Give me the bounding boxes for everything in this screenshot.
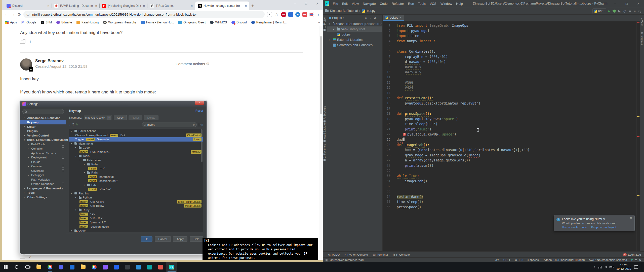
breadcrumb-file[interactable]: bot.py — [367, 9, 375, 13]
tool-strip-label[interactable]: R Graphics — [640, 32, 643, 45]
project-tree-item[interactable]: Scratches and Consoles — [327, 42, 382, 48]
maximize-button[interactable]: □ — [301, 0, 312, 7]
menu-tools[interactable]: Tools — [418, 2, 426, 6]
run-button[interactable]: ▶ — [608, 9, 610, 13]
settings-tree-item[interactable]: ▸Compiler — [20, 147, 66, 151]
keymap-tree-item[interactable]: ▾Plug-ins — [69, 191, 203, 196]
bookmark-item[interactable]: Discord — [231, 21, 247, 24]
code-line[interactable]: 33 — [383, 189, 640, 194]
bookmark-star-icon[interactable]: ☆ — [274, 12, 279, 17]
code-line[interactable]: 8 dinasaur = (405,404) — [383, 59, 640, 64]
notification-gear-icon[interactable]: ⚙ — [630, 217, 632, 220]
keymap-tree-item[interactable]: ▾Tools — [69, 154, 203, 158]
back-icon[interactable]: ← — [5, 12, 9, 17]
code-line[interactable]: 1from PIL import ImageGrab, ImageOps — [383, 23, 640, 28]
code-line[interactable]: 10 #425 = y — [383, 70, 640, 75]
settings-tree-item[interactable]: ▸Debugger — [20, 173, 66, 178]
keymap-tree-item[interactable]: Insert '<%= %>' — [69, 216, 203, 221]
fi-extension-icon[interactable]: FI — [295, 12, 300, 17]
code-line[interactable]: 22!pyautogui.keyUp('space') — [383, 132, 640, 137]
app-blue-icon[interactable] — [66, 262, 77, 272]
status-item[interactable]: 4 spaces — [527, 258, 539, 261]
bookmark-item[interactable]: Apps — [5, 21, 17, 24]
app-orange-icon[interactable] — [155, 262, 166, 272]
settings-tree-item[interactable]: Coverage — [20, 168, 66, 173]
breadcrumb[interactable]: bot.py — [362, 9, 375, 13]
tab-close-icon[interactable]: × — [244, 4, 247, 8]
code-line[interactable]: 12 #399 — [383, 80, 640, 85]
code-line[interactable]: 24def imageGrab(): — [383, 142, 640, 148]
project-tree-item[interactable]: bot.py — [327, 32, 382, 37]
red-extension-icon[interactable]: ••• — [302, 12, 307, 17]
search-button[interactable] — [11, 262, 22, 272]
settings-tree-item[interactable]: ▸Deployment — [20, 155, 66, 160]
settings-tree-item[interactable]: ▸Console — [20, 164, 66, 169]
settings-tree-item[interactable]: Path Variables — [20, 177, 66, 182]
keymap-tree-item[interactable]: ▾Python — [69, 195, 203, 200]
project-tree-item[interactable]: ▸External Libraries — [327, 37, 382, 42]
browser-tab[interactable]: ✱RAVR Leiding - Documente× — [52, 2, 100, 10]
adblock-icon[interactable]: ABP — [281, 12, 286, 17]
code-line[interactable]: 9 #490 = x — [383, 64, 640, 70]
menu-window[interactable]: Window — [440, 2, 452, 6]
keymap-tree-item[interactable]: Insert 'params[:id]' — [69, 220, 203, 225]
status-item[interactable]: UTF-8 — [515, 258, 523, 261]
menu-vcs[interactable]: VCS — [430, 2, 436, 6]
code-line[interactable]: 26 grayImage = ImageOps.grayscale(image) — [383, 153, 640, 158]
bookmark-item[interactable]: KaasHosting — [76, 21, 99, 24]
menu-code[interactable]: Code — [380, 2, 388, 6]
menu-run[interactable]: Run — [408, 2, 414, 6]
settings-tree-item[interactable]: ▸Build Tools — [20, 142, 66, 147]
comment-author[interactable]: Serge Baranov — [35, 59, 64, 63]
app-teal-icon[interactable] — [144, 262, 155, 272]
code-line[interactable]: 13 #424 — [383, 85, 640, 90]
close-button[interactable]: × — [632, 0, 644, 7]
settings-tree-item[interactable]: ▸Version Control — [20, 133, 66, 138]
browser-tab[interactable]: JBHow do I change cursor fro× — [195, 2, 249, 10]
project-tree-item[interactable]: ▸venv library root — [327, 26, 382, 32]
code-line[interactable]: 11 — [383, 75, 640, 80]
menu-navigate[interactable]: Navigate — [363, 2, 376, 6]
bookmark-item[interactable]: Reisplanner | Reisinf... — [251, 21, 287, 24]
app-dark-icon[interactable] — [122, 262, 133, 272]
code-line[interactable]: 27 a = array(grayImage.getcolors()) — [383, 158, 640, 163]
code-line[interactable]: 2import pyautogui — [383, 28, 640, 33]
site-info-icon[interactable]: ⓘ — [26, 12, 29, 17]
browser-tab[interactable]: Discord× — [4, 2, 52, 10]
editor-tab[interactable]: bot.py × — [383, 15, 404, 21]
bookmark-item[interactable]: 33FM — [41, 21, 52, 24]
code-line[interactable]: 34restartGame() — [383, 194, 640, 199]
keymap-tree-item[interactable]: Insert '<%= %>' — [69, 187, 203, 191]
calculator-icon[interactable] — [111, 262, 122, 272]
maximize-button[interactable]: □ — [621, 0, 632, 7]
menu-file[interactable]: File — [333, 2, 338, 6]
tool-strip-label[interactable]: 2: Favorites — [323, 144, 326, 161]
close-button[interactable]: × — [312, 0, 323, 7]
search-everywhere-icon[interactable] — [638, 10, 640, 12]
bookmark-item[interactable]: Home - 2lemon Ho... — [141, 21, 174, 24]
profiler-button[interactable]: ◷ — [623, 9, 626, 13]
pycharm-icon[interactable]: PC — [166, 262, 177, 272]
code-line[interactable]: 31 imageGrab() — [383, 179, 640, 184]
lock-icon[interactable] — [635, 259, 637, 261]
keymap-tree-item[interactable]: Insert Live Template...Meta+J — [69, 150, 203, 154]
status-item[interactable]: 23:4 — [494, 258, 499, 261]
tool-strip-label[interactable]: 7: Structure — [323, 106, 326, 122]
tab-close-icon[interactable]: × — [142, 4, 145, 8]
menu-view[interactable]: View — [352, 2, 359, 6]
settings-gear-icon[interactable]: ⚙ — [374, 16, 376, 20]
bookmark-item[interactable]: WWordpress Hierarchy — [103, 21, 136, 24]
address-bar[interactable]: ⓘ intellij-support.jetbrains.com/hc/en-u… — [23, 11, 265, 18]
taskbar-clock[interactable]: 16:26 19-12-2019 — [616, 263, 631, 270]
keymap-tree-item[interactable]: Insert 'params[:id]' — [69, 175, 203, 179]
browser-tab[interactable]: T-Rex Game.× — [147, 2, 195, 10]
dropdown-icon[interactable]: ▾ — [343, 17, 344, 19]
run-anything-button[interactable]: ≣ — [629, 9, 631, 13]
tab-close-icon[interactable]: × — [190, 4, 193, 8]
code-line[interactable]: 5 — [383, 44, 640, 49]
settings-tree-item[interactable]: Application Servers — [20, 151, 66, 155]
use-scientific-mode-link[interactable]: Use scientific mode — [562, 226, 587, 229]
code-line[interactable]: 16 pyautogui.click(Cordinates.replayBtn) — [383, 101, 640, 106]
locate-file-icon[interactable]: ⊕ — [365, 16, 367, 20]
show-desktop-button[interactable] — [641, 262, 642, 272]
